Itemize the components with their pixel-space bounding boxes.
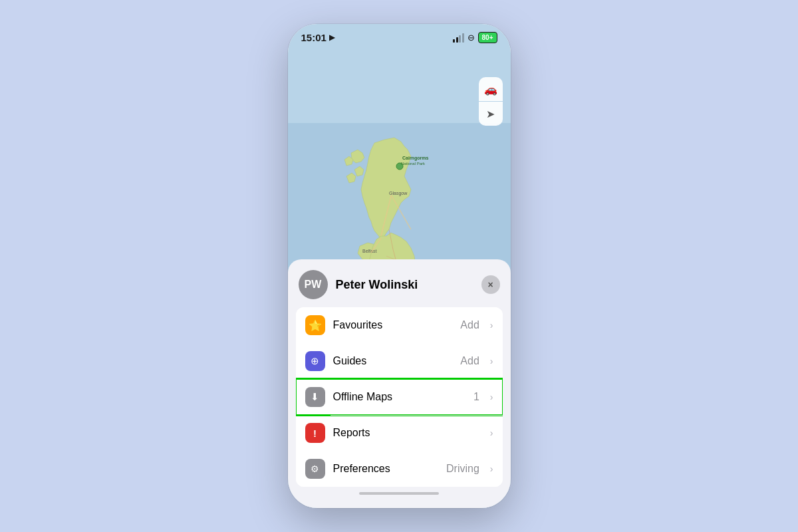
favourites-label: Favourites	[333, 319, 453, 331]
reports-chevron: ›	[490, 428, 493, 438]
map-controls: 🚗 ➤	[479, 77, 503, 126]
favourites-icon: ⭐	[305, 315, 325, 335]
preferences-value: Driving	[446, 463, 479, 475]
status-icons: ⊖ 80+	[453, 32, 497, 43]
menu-item-favourites[interactable]: ⭐ Favourites Add ›	[296, 307, 503, 343]
bottom-sheet: PW Peter Wolinski × ⭐ Favourites Add › ⊕…	[288, 259, 511, 508]
reports-icon: !	[305, 423, 325, 443]
preferences-chevron: ›	[490, 464, 493, 474]
preferences-icon: ⚙	[305, 459, 325, 479]
guides-chevron: ›	[490, 356, 493, 366]
reports-label: Reports	[333, 427, 471, 439]
home-indicator	[359, 492, 439, 495]
user-name: Peter Wolinski	[336, 278, 473, 292]
menu-item-guides[interactable]: ⊕ Guides Add ›	[296, 343, 503, 379]
menu-item-offline-maps[interactable]: ⬇ Offline Maps 1 ›	[296, 379, 503, 415]
offline-maps-value: 1	[473, 391, 479, 403]
sheet-header: PW Peter Wolinski ×	[288, 259, 511, 307]
guides-value: Add	[460, 355, 479, 367]
offline-maps-label: Offline Maps	[333, 391, 466, 403]
svg-text:National Park: National Park	[401, 162, 426, 166]
menu-item-preferences[interactable]: ⚙ Preferences Driving ›	[296, 451, 503, 487]
menu-item-reports[interactable]: ! Reports ›	[296, 415, 503, 451]
svg-text:Cairngorms: Cairngorms	[402, 156, 428, 161]
wifi-icon: ⊖	[467, 33, 475, 43]
offline-maps-chevron: ›	[490, 392, 493, 402]
battery-indicator: 80+	[478, 32, 497, 43]
offline-maps-icon: ⬇	[305, 387, 325, 407]
favourites-value: Add	[460, 319, 479, 331]
favourites-chevron: ›	[490, 320, 493, 331]
status-bar: 15:01 ▶ ⊖ 80+	[288, 24, 511, 46]
avatar-initials: PW	[305, 279, 322, 291]
drive-mode-button[interactable]: 🚗	[479, 77, 503, 101]
time-display: 15:01	[301, 32, 327, 43]
menu-section: ⭐ Favourites Add › ⊕ Guides Add › ⬇ Offl…	[296, 307, 503, 487]
guides-label: Guides	[333, 355, 453, 367]
location-button[interactable]: ➤	[479, 102, 503, 126]
svg-text:Belfast: Belfast	[362, 249, 376, 253]
preferences-label: Preferences	[333, 463, 439, 475]
avatar: PW	[299, 270, 328, 299]
location-arrow-icon: ▶	[329, 33, 334, 42]
signal-icon	[453, 33, 464, 43]
status-time: 15:01 ▶	[301, 32, 334, 43]
close-icon: ×	[487, 279, 493, 290]
guides-icon: ⊕	[305, 351, 325, 371]
phone-frame: 15:01 ▶ ⊖ 80+	[288, 24, 511, 508]
close-button[interactable]: ×	[481, 275, 500, 294]
battery-level: 80+	[482, 34, 493, 41]
